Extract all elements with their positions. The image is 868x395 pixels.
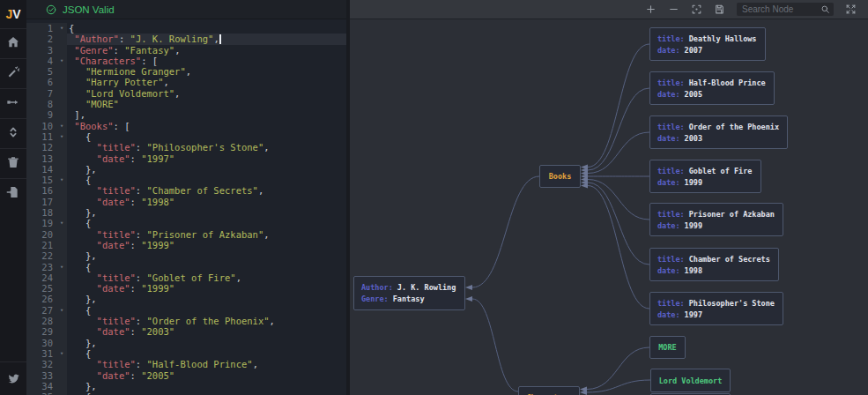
node-key: date: <box>657 266 680 275</box>
node-key: date: <box>657 221 680 230</box>
editor-line[interactable]: 1▾{ <box>26 23 346 34</box>
editor-line[interactable]: 14 }, <box>26 164 346 175</box>
editor-line[interactable]: 27▾ { <box>26 305 346 316</box>
editor-line[interactable]: 18 }, <box>26 207 346 218</box>
line-number: 29 <box>26 326 56 337</box>
editor-line[interactable]: 31▾ { <box>26 348 346 359</box>
editor-line[interactable]: 34 }, <box>26 381 346 391</box>
editor-line[interactable]: 4▾ "Characters": [ <box>26 56 346 66</box>
sidebar-clear-button[interactable] <box>0 148 26 178</box>
fold-marker-icon[interactable]: ▾ <box>56 262 67 272</box>
twitter-link[interactable] <box>7 372 20 385</box>
editor-line[interactable]: 11▾ { <box>26 131 346 142</box>
editor-line[interactable]: 19▾ { <box>26 218 346 228</box>
graph-edge <box>587 380 650 392</box>
fold-gutter <box>56 391 67 395</box>
sidebar-import-file-button[interactable] <box>0 178 26 208</box>
search-icon[interactable] <box>820 4 830 14</box>
sidebar-collapse-nodes-button[interactable] <box>0 118 26 148</box>
fold-gutter <box>56 283 67 294</box>
editor-line[interactable]: 28 "title": "Order of the Phoenix", <box>26 316 346 326</box>
zoom-in-button[interactable] <box>645 4 657 15</box>
editor-line[interactable]: 24 "title": "Goblet of Fire", <box>26 272 346 283</box>
node-row: date:1997 <box>657 309 775 320</box>
editor-line[interactable]: 17 "date": "1998" <box>26 197 346 207</box>
graph-node-half-blood-prince[interactable]: title:Half-Blood Princedate:2005 <box>649 71 775 105</box>
editor-line[interactable]: 35 { <box>26 391 346 395</box>
line-number: 13 <box>26 153 56 164</box>
line-number: 32 <box>26 359 56 369</box>
save-button[interactable] <box>714 4 725 15</box>
fold-gutter <box>56 34 67 44</box>
center-view-button[interactable] <box>691 4 702 15</box>
fold-marker-icon[interactable]: ▾ <box>56 218 67 228</box>
search-input[interactable] <box>742 4 820 14</box>
editor-line[interactable]: 7 "Lord Voldemort", <box>26 88 346 99</box>
fold-marker-icon[interactable]: ▾ <box>56 348 67 359</box>
line-number: 9 <box>26 109 56 120</box>
node-key: Author: <box>361 283 393 292</box>
node-value: Goblet of Fire <box>689 167 753 175</box>
line-number: 21 <box>26 240 56 250</box>
zoom-out-button[interactable] <box>668 4 679 15</box>
graph-node-chamber-of-secrets[interactable]: title:Chamber of Secretsdate:1998 <box>649 248 779 281</box>
sidebar-expand-graph-button[interactable] <box>0 88 26 118</box>
editor-line[interactable]: 26 }, <box>26 294 346 304</box>
graph-node-deathly-hallows[interactable]: title:Deathly Hallowsdate:2007 <box>649 27 766 61</box>
graph-canvas[interactable]: Author:J. K. RowlingGenre:FantasyBooksCh… <box>350 0 868 395</box>
check-circle-icon <box>46 4 56 15</box>
line-number: 25 <box>26 283 56 294</box>
graph-node-prisoner-of-azkaban[interactable]: title:Prisoner of Azkabandate:1999 <box>649 203 783 236</box>
editor-line[interactable]: 23▾ { <box>26 262 346 272</box>
graph-node-books[interactable]: Books <box>539 165 581 188</box>
editor-line[interactable]: 33 "date": "2005" <box>26 370 346 381</box>
editor-line[interactable]: 32 "title": "Half-Blood Prince", <box>26 359 346 369</box>
editor-line[interactable]: 8 "MORE" <box>26 99 346 109</box>
editor-line[interactable]: 13 "date": "1997" <box>26 153 346 164</box>
node-row: date:2003 <box>657 133 780 144</box>
editor-line[interactable]: 2 "Author": "J. K. Rowling", <box>26 34 346 44</box>
code-text: "Harry Potter", <box>67 77 346 87</box>
editor-line[interactable]: 25 "date": "1999" <box>26 283 346 294</box>
graph-node-more[interactable]: MORE <box>649 336 686 359</box>
editor-line[interactable]: 5 "Hermione Granger", <box>26 66 346 77</box>
editor-line[interactable]: 9 ], <box>26 109 346 120</box>
editor-line[interactable]: 20 "title": "Prisoner of Azkaban", <box>26 229 346 240</box>
node-value: Fantasy <box>393 294 425 303</box>
editor-line[interactable]: 21 "date": "1999" <box>26 240 346 250</box>
code-text: "date": "1999" <box>67 240 346 250</box>
sidebar-auto-format-button[interactable] <box>0 58 26 88</box>
fold-marker-icon[interactable]: ▾ <box>56 23 67 34</box>
fold-gutter <box>56 185 67 196</box>
graph-node-root[interactable]: Author:J. K. RowlingGenre:Fantasy <box>353 276 465 310</box>
graph-node-lord-voldemort[interactable]: Lord Voldemort <box>650 369 731 392</box>
graph-node-order-of-the-phoenix[interactable]: title:Order of the Phoenixdate:2003 <box>649 116 788 149</box>
code-text: }, <box>67 207 346 218</box>
fold-marker-icon[interactable]: ▾ <box>56 305 67 316</box>
editor-line[interactable]: 3 "Genre": "Fantasy", <box>26 45 346 56</box>
editor-line[interactable]: 30 }, <box>26 338 346 348</box>
fold-marker-icon[interactable]: ▾ <box>56 175 67 185</box>
sidebar-home-button[interactable] <box>0 28 26 58</box>
home-icon <box>6 35 20 53</box>
graph-node-philosophers-stone[interactable]: title:Philosopher's Stonedate:1997 <box>649 292 783 325</box>
editor-line[interactable]: 12 "title": "Philosopher's Stone", <box>26 142 346 153</box>
editor-line[interactable]: 6 "Harry Potter", <box>26 77 346 87</box>
editor-line[interactable]: 29 "date": "2003" <box>26 326 346 337</box>
node-label: Characters <box>519 387 579 395</box>
editor-line[interactable]: 15▾ { <box>26 175 346 185</box>
editor-line[interactable]: 10▾ "Books": [ <box>26 121 346 131</box>
app-logo[interactable]: JV <box>0 0 26 28</box>
fold-marker-icon[interactable]: ▾ <box>56 121 67 131</box>
fold-marker-icon[interactable]: ▾ <box>56 56 67 66</box>
fold-marker-icon[interactable]: ▾ <box>56 131 67 142</box>
line-number: 28 <box>26 316 56 326</box>
graph-node-goblet-of-fire[interactable]: title:Goblet of Firedate:1999 <box>649 160 761 193</box>
code-editor[interactable]: 1▾{2 "Author": "J. K. Rowling",3 "Genre"… <box>26 19 346 395</box>
editor-line[interactable]: 16 "title": "Chamber of Secrets", <box>26 185 346 196</box>
graph-node-characters[interactable]: Characters <box>518 386 580 395</box>
fullscreen-button[interactable] <box>845 4 857 15</box>
node-link-icon <box>6 95 20 113</box>
editor-line[interactable]: 22 }, <box>26 250 346 261</box>
code-text: { <box>67 391 346 395</box>
